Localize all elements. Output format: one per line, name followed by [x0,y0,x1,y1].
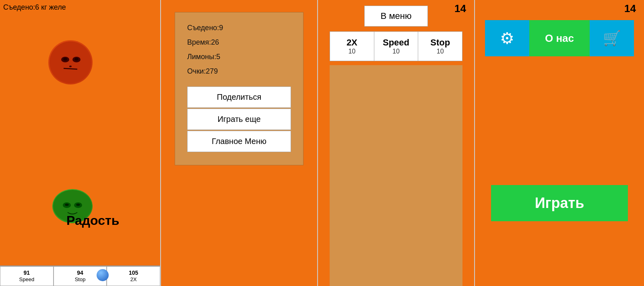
gameover-dialog: Съедено:9 Время:26 Лимоны:5 Очки:279 Под… [175,12,303,165]
svg-point-11 [76,204,80,206]
blue-ball [97,269,109,281]
powerup-speed[interactable]: Speed 10 [374,32,419,61]
shop-inner-area [330,65,462,286]
settings-button[interactable]: ⚙ [485,20,529,56]
bottom-buttons-bar: 91 Speed 94 Stop 105 2X [0,265,160,286]
2x-num: 105 [109,269,158,276]
orange-face-svg [48,40,93,84]
panel-gameover: Съедено:9 Время:26 Лимоны:5 Очки:279 Под… [161,0,318,286]
orange-fruit [48,40,93,84]
powerup-2x[interactable]: 2X 10 [330,32,374,61]
main-menu-button[interactable]: Главное Меню [187,131,291,152]
stat-points: Очки:279 [187,64,291,78]
panel-main-menu: 14 ⚙ О нас 🛒 Играть [475,0,644,286]
powerup-stop-label: Stop [422,37,458,48]
powerup-2x-label: 2X [334,37,370,48]
cart-button[interactable]: 🛒 [590,20,634,56]
panel-game-left: Съедено:6 кг желе Радость 91 Speed [0,0,161,286]
powerup-speed-label: Speed [378,37,414,48]
dialog-stats: Съедено:9 Время:26 Лимоны:5 Очки:279 [187,21,291,78]
main-counter: 14 [624,2,636,15]
2x-lbl: 2X [109,276,158,283]
powerup-row: 2X 10 Speed 10 Stop 10 [330,31,462,61]
stat-eaten: Съедено:9 [187,21,291,35]
svg-point-3 [63,58,67,61]
vmenu-button[interactable]: В меню [364,6,428,27]
powerup-2x-count: 10 [334,48,370,55]
stat-lemons: Лимоны:5 [187,49,291,64]
speed-lbl: Speed [2,276,52,283]
eaten-label: Съедено:6 кг желе [3,3,66,12]
powerup-stop[interactable]: Stop 10 [418,32,462,61]
panel-shop: 14 В меню 2X 10 Speed 10 Stop 10 [318,0,475,286]
svg-point-10 [65,204,69,206]
joy-label: Радость [66,213,119,228]
speed-num: 91 [2,269,52,276]
stat-time: Время:26 [187,35,291,49]
2x-button[interactable]: 105 2X [107,266,160,286]
powerup-speed-count: 10 [378,48,414,55]
cart-icon: 🛒 [603,30,621,47]
svg-point-0 [50,41,91,83]
shop-counter: 14 [454,2,466,15]
speed-button[interactable]: 91 Speed [0,266,54,286]
svg-point-6 [69,66,72,67]
top-action-buttons: ⚙ О нас 🛒 [485,20,634,56]
about-button[interactable]: О нас [529,20,590,56]
gear-icon: ⚙ [500,29,514,47]
share-button[interactable]: Поделиться [187,86,291,108]
svg-point-4 [74,58,78,61]
powerup-stop-count: 10 [422,48,458,55]
play-button[interactable]: Играть [491,185,628,221]
play-again-button[interactable]: Играть еще [187,109,291,130]
